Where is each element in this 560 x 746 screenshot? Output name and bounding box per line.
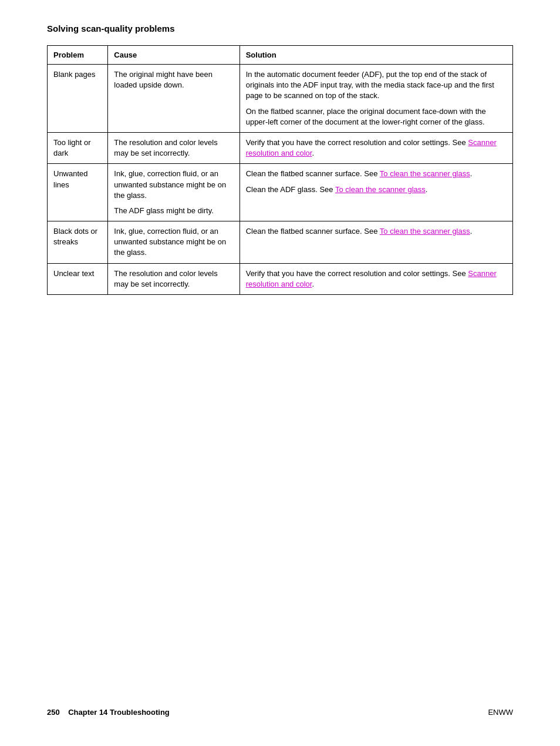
page-number: 250 <box>47 708 60 717</box>
cause-cell: The resolution and color levels may be s… <box>108 132 239 163</box>
table-row: Unwanted lines Ink, glue, correction flu… <box>48 164 513 221</box>
chapter-info: Chapter 14 Troubleshooting <box>68 708 170 717</box>
footer-left: 250 Chapter 14 Troubleshooting <box>47 708 170 717</box>
clean-glass-link-2[interactable]: To clean the scanner glass <box>335 185 426 194</box>
table-row: Unclear text The resolution and color le… <box>48 263 513 294</box>
solution-period: . <box>312 149 314 157</box>
solution-suffix-2: . <box>426 185 428 194</box>
cause-text: The resolution and color levels may be s… <box>114 137 233 159</box>
solution-text: Clean the flatbed scanner surface. See <box>246 227 380 236</box>
footer-right: ENWW <box>488 708 513 717</box>
clean-glass-link-3[interactable]: To clean the scanner glass <box>380 227 470 236</box>
solution-cell: Verify that you have the correct resolut… <box>239 132 512 163</box>
solution-text: Verify that you have the correct resolut… <box>246 138 468 147</box>
clean-glass-link-1[interactable]: To clean the scanner glass <box>380 169 470 178</box>
cause-text-2: The ADF glass might be dirty. <box>114 206 233 216</box>
cause-text-1: Ink, glue, correction fluid, or an unwan… <box>114 169 233 201</box>
solution-cell: Clean the flatbed scanner surface. See T… <box>239 221 512 264</box>
cause-text: The resolution and color levels may be s… <box>114 268 233 290</box>
col-header-problem: Problem <box>48 46 108 65</box>
solution-prefix: Clean the flatbed scanner surface. See <box>246 169 380 178</box>
solution-text-1: In the automatic document feeder (ADF), … <box>246 69 507 102</box>
page-footer: 250 Chapter 14 Troubleshooting ENWW <box>47 696 513 717</box>
problem-cell: Unwanted lines <box>48 164 108 221</box>
table-row: Too light or dark The resolution and col… <box>48 132 513 163</box>
solution-period: . <box>312 280 314 288</box>
cause-cell: Ink, glue, correction fluid, or an unwan… <box>108 164 239 221</box>
problem-cell: Unclear text <box>48 263 108 294</box>
cause-cell: Ink, glue, correction fluid, or an unwan… <box>108 221 239 264</box>
solution-cell: Verify that you have the correct resolut… <box>239 263 512 294</box>
solution-cell: In the automatic document feeder (ADF), … <box>239 65 512 133</box>
solution-suffix: . <box>470 169 473 178</box>
cause-text: The original might have been loaded upsi… <box>114 69 233 90</box>
solution-cell: Clean the flatbed scanner surface. See T… <box>239 164 512 221</box>
problem-cell: Blank pages <box>48 65 108 133</box>
col-header-solution: Solution <box>239 46 512 65</box>
problem-cell: Too light or dark <box>48 132 108 163</box>
cause-cell: The original might have been loaded upsi… <box>108 65 239 133</box>
page-title: Solving scan-quality problems <box>47 23 513 33</box>
solution-text-2: Clean the ADF glass. See To clean the sc… <box>246 184 507 195</box>
cause-cell: The resolution and color levels may be s… <box>108 263 239 294</box>
cause-text: Ink, glue, correction fluid, or an unwan… <box>114 226 233 258</box>
table-row: Black dots or streaks Ink, glue, correct… <box>48 221 513 264</box>
solution-text-2: On the flatbed scanner, place the origin… <box>246 106 507 127</box>
solution-period: . <box>470 227 473 236</box>
scan-quality-table: Problem Cause Solution Blank pages The o… <box>47 45 513 295</box>
solution-prefix-2: Clean the ADF glass. See <box>246 185 335 194</box>
problem-cell: Black dots or streaks <box>48 221 108 264</box>
solution-text-1: Clean the flatbed scanner surface. See T… <box>246 169 507 179</box>
table-row: Blank pages The original might have been… <box>48 65 513 133</box>
solution-text: Verify that you have the correct resolut… <box>246 269 468 278</box>
col-header-cause: Cause <box>108 46 239 65</box>
